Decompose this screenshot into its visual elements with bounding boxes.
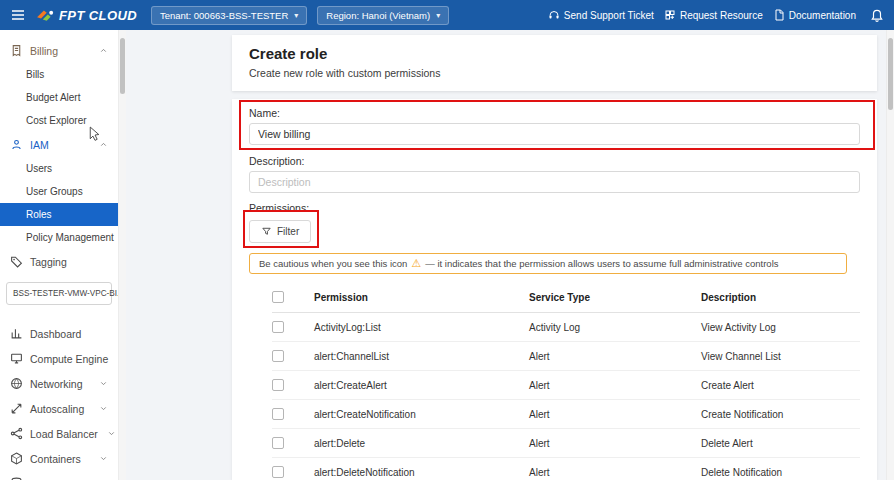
filter-button-label: Filter [277,226,299,237]
person-icon [10,138,23,151]
chevron-down-icon [105,429,118,438]
sidebar-item-budget-alert[interactable]: Budget Alert [0,86,118,109]
sidebar-item-label: Billing [30,45,58,57]
globe-icon [10,377,23,390]
document-icon [773,9,785,21]
row-checkbox[interactable] [272,408,284,420]
chevron-up-icon [97,140,110,149]
headset-icon [548,9,560,21]
select-all-checkbox[interactable] [272,291,284,303]
row-checkbox[interactable] [272,350,284,362]
name-input[interactable] [249,123,860,145]
cell-service-type: Alert [529,380,701,391]
resource-grid-icon [664,9,676,21]
sidebar-item-networking[interactable]: Networking [0,371,118,396]
chevron-down-icon [97,379,110,388]
cell-service-type: Alert [529,409,701,420]
table-row: alert:Delete Alert Delete Alert [272,429,860,458]
main-content: Create role Create new role with custom … [126,30,886,480]
request-resource-link[interactable]: Request Resource [664,9,763,21]
sidebar-item-label: Load Balancer [30,428,98,440]
sidebar-item-policy-management[interactable]: Policy Management [0,226,118,249]
name-label: Name: [249,107,860,119]
documentation-label: Documentation [789,10,856,21]
cell-permission: alert:ChannelList [314,351,529,362]
sidebar-item-label: Tagging [30,256,67,268]
row-checkbox[interactable] [272,437,284,449]
cell-description: Delete Notification [701,467,860,478]
sidebar-item-containers[interactable]: Containers [0,446,118,471]
page-header: Create role Create new role with custom … [232,35,877,91]
sidebar-item-label: Dashboard [30,328,81,340]
topbar: FPT CLOUD Tenant: 000663-BSS-TESTER ▾ Re… [0,0,894,30]
sidebar-item-bills[interactable]: Bills [0,63,118,86]
row-checkbox[interactable] [272,466,284,478]
funnel-icon [261,226,272,237]
cell-description: View Activity Log [701,322,860,333]
chevron-down-icon [97,454,110,463]
create-role-form: Name: Description: Permissions: Filter B… [232,99,877,480]
region-selector[interactable]: Region: Hanoi (Vietnam) ▾ [317,6,449,25]
col-header-permission: Permission [314,292,529,303]
send-support-ticket-label: Send Support Ticket [564,10,654,21]
vpc-selector[interactable]: BSS-TESTER-VMW-VPC-BI... ▾ [6,282,112,305]
sidebar-item-users[interactable]: Users [0,157,118,180]
cell-permission: alert:CreateNotification [314,409,529,420]
sidebar-item-roles[interactable]: Roles [0,203,118,226]
caution-notice: Be cautious when you see this icon ⚠ — i… [249,253,847,274]
cell-service-type: Alert [529,351,701,362]
main-scrollbar-thumb[interactable] [888,38,893,110]
sidebar-item-iam[interactable]: IAM [0,132,118,157]
cell-service-type: Alert [529,467,701,478]
caution-text-before: Be cautious when you see this icon [259,258,407,269]
sidebar-item-label: Compute Engine [30,353,108,365]
table-row: alert:CreateNotification Alert Create No… [272,400,860,429]
documentation-link[interactable]: Documentation [773,9,856,21]
sidebar-item-cost-explorer[interactable]: Cost Explorer [0,109,118,132]
sidebar-gap [0,309,118,321]
tag-icon [10,255,23,268]
notifications-bell-icon[interactable] [870,8,884,22]
main-scrollbar [886,30,894,480]
request-resource-label: Request Resource [680,10,763,21]
cell-description: Create Alert [701,380,860,391]
tenant-selector[interactable]: Tenant: 000663-BSS-TESTER ▾ [151,6,307,25]
send-support-ticket-link[interactable]: Send Support Ticket [548,9,654,21]
chevron-down-icon: ▾ [436,11,440,20]
monitor-icon [10,352,23,365]
sidebar-item-autoscaling[interactable]: Autoscaling [0,396,118,421]
sidebar-item-dashboard[interactable]: Dashboard [0,321,118,346]
permissions-table: Permission Service Type Description Acti… [272,284,860,480]
sidebar-item-billing[interactable]: Billing [0,38,118,63]
chevron-up-icon [97,46,110,55]
sidebar-item-load-balancer[interactable]: Load Balancer [0,421,118,446]
cell-service-type: Activity Log [529,322,701,333]
brand-text: FPT CLOUD [59,8,137,23]
menu-icon[interactable] [10,7,26,23]
vpc-selector-value: BSS-TESTER-VMW-VPC-BI... [13,289,118,298]
sidebar: Billing Bills Budget Alert Cost Explorer… [0,30,118,480]
row-checkbox[interactable] [272,321,284,333]
sidebar-item-label: Autoscaling [30,403,84,415]
cell-description: View Channel List [701,351,860,362]
chevron-down-icon [97,404,110,413]
filter-button[interactable]: Filter [249,220,311,243]
table-row: alert:DeleteNotification Alert Delete No… [272,458,860,480]
sidebar-item-tagging[interactable]: Tagging [0,249,118,274]
cell-permission: alert:Delete [314,438,529,449]
row-checkbox[interactable] [272,379,284,391]
caution-text-after: — it indicates that the permission allow… [425,258,778,269]
page-subtitle: Create new role with custom permissions [249,67,860,79]
description-input[interactable] [249,171,860,193]
sidebar-scrollbar [118,30,126,480]
sidebar-item-user-groups[interactable]: User Groups [0,180,118,203]
col-header-service-type: Service Type [529,292,701,303]
description-label: Description: [249,155,860,167]
cell-permission: ActivityLog:List [314,322,529,333]
sidebar-item-database[interactable]: Database [0,471,118,480]
warning-triangle-icon: ⚠ [411,258,421,269]
col-header-description: Description [701,292,860,303]
table-row: alert:ChannelList Alert View Channel Lis… [272,342,860,371]
sidebar-scrollbar-thumb[interactable] [120,38,125,94]
sidebar-item-compute-engine[interactable]: Compute Engine [0,346,118,371]
